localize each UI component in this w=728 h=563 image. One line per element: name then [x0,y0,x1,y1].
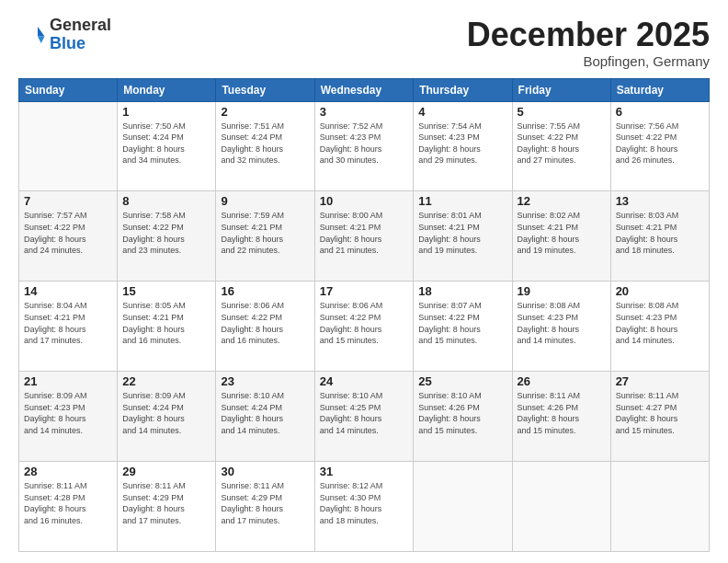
day-number: 10 [320,194,409,208]
logo-blue-text: Blue [50,34,85,52]
calendar-week-row: 14Sunrise: 8:04 AM Sunset: 4:21 PM Dayli… [19,282,710,372]
table-row: 15Sunrise: 8:05 AM Sunset: 4:21 PM Dayli… [118,282,216,372]
table-row: 5Sunrise: 7:55 AM Sunset: 4:22 PM Daylig… [512,101,610,191]
day-number: 28 [24,465,112,478]
header-saturday: Saturday [610,78,709,101]
day-number: 17 [320,284,409,298]
day-number: 19 [518,284,606,298]
calendar-week-row: 1Sunrise: 7:50 AM Sunset: 4:24 PM Daylig… [19,101,710,191]
header: General Blue December 2025 Bopfingen, Ge… [18,17,710,69]
calendar-table: Sunday Monday Tuesday Wednesday Thursday… [18,78,710,552]
day-info: Sunrise: 7:59 AM Sunset: 4:21 PM Dayligh… [221,210,309,256]
day-number: 26 [518,374,606,388]
day-number: 29 [122,465,210,478]
table-row: 27Sunrise: 8:11 AM Sunset: 4:27 PM Dayli… [610,372,709,462]
day-info: Sunrise: 7:56 AM Sunset: 4:22 PM Dayligh… [616,121,704,167]
table-row: 12Sunrise: 8:02 AM Sunset: 4:21 PM Dayli… [512,191,610,282]
day-number: 7 [24,194,112,208]
day-info: Sunrise: 8:09 AM Sunset: 4:24 PM Dayligh… [122,390,210,436]
day-info: Sunrise: 7:57 AM Sunset: 4:22 PM Dayligh… [24,210,112,256]
day-number: 27 [616,374,704,388]
calendar-header-row: Sunday Monday Tuesday Wednesday Thursday… [19,78,710,101]
page: General Blue December 2025 Bopfingen, Ge… [0,0,728,563]
table-row: 1Sunrise: 7:50 AM Sunset: 4:24 PM Daylig… [118,101,216,191]
day-info: Sunrise: 8:11 AM Sunset: 4:29 PM Dayligh… [122,480,210,526]
table-row: 7Sunrise: 7:57 AM Sunset: 4:22 PM Daylig… [19,191,118,282]
table-row [610,462,709,552]
day-info: Sunrise: 7:55 AM Sunset: 4:22 PM Dayligh… [518,121,606,167]
svg-marker-1 [38,36,45,43]
day-number: 6 [616,105,704,119]
day-info: Sunrise: 8:06 AM Sunset: 4:22 PM Dayligh… [221,300,309,346]
day-info: Sunrise: 8:02 AM Sunset: 4:21 PM Dayligh… [518,210,606,256]
table-row: 8Sunrise: 7:58 AM Sunset: 4:22 PM Daylig… [118,191,216,282]
day-number: 21 [24,374,112,388]
header-thursday: Thursday [414,78,512,101]
table-row: 11Sunrise: 8:01 AM Sunset: 4:21 PM Dayli… [414,191,512,282]
calendar-week-row: 21Sunrise: 8:09 AM Sunset: 4:23 PM Dayli… [19,372,710,462]
day-info: Sunrise: 8:11 AM Sunset: 4:27 PM Dayligh… [616,390,704,436]
table-row: 2Sunrise: 7:51 AM Sunset: 4:24 PM Daylig… [216,101,314,191]
day-number: 23 [221,374,309,388]
table-row: 13Sunrise: 8:03 AM Sunset: 4:21 PM Dayli… [610,191,709,282]
table-row [414,462,512,552]
day-info: Sunrise: 8:10 AM Sunset: 4:24 PM Dayligh… [221,390,309,436]
day-number: 20 [616,284,704,298]
day-number: 1 [122,105,210,119]
day-number: 14 [24,284,112,298]
table-row: 4Sunrise: 7:54 AM Sunset: 4:23 PM Daylig… [414,101,512,191]
day-info: Sunrise: 7:58 AM Sunset: 4:22 PM Dayligh… [122,210,210,256]
day-number: 25 [418,374,506,388]
table-row: 31Sunrise: 8:12 AM Sunset: 4:30 PM Dayli… [314,462,414,552]
day-number: 24 [320,374,409,388]
month-title: December 2025 [467,17,710,53]
day-number: 15 [122,284,210,298]
header-monday: Monday [118,78,216,101]
day-info: Sunrise: 8:11 AM Sunset: 4:28 PM Dayligh… [24,480,112,526]
day-number: 9 [221,194,309,208]
day-number: 31 [320,465,409,478]
calendar-week-row: 7Sunrise: 7:57 AM Sunset: 4:22 PM Daylig… [19,191,710,282]
header-sunday: Sunday [19,78,118,101]
day-info: Sunrise: 8:12 AM Sunset: 4:30 PM Dayligh… [320,480,409,526]
table-row: 24Sunrise: 8:10 AM Sunset: 4:25 PM Dayli… [314,372,414,462]
table-row: 10Sunrise: 8:00 AM Sunset: 4:21 PM Dayli… [314,191,414,282]
header-tuesday: Tuesday [216,78,314,101]
table-row: 30Sunrise: 8:11 AM Sunset: 4:29 PM Dayli… [216,462,314,552]
day-number: 4 [418,105,506,119]
day-info: Sunrise: 8:08 AM Sunset: 4:23 PM Dayligh… [518,300,606,346]
table-row: 18Sunrise: 8:07 AM Sunset: 4:22 PM Dayli… [414,282,512,372]
svg-marker-0 [38,27,45,37]
day-info: Sunrise: 7:50 AM Sunset: 4:24 PM Dayligh… [122,121,210,167]
table-row: 23Sunrise: 8:10 AM Sunset: 4:24 PM Dayli… [216,372,314,462]
table-row: 3Sunrise: 7:52 AM Sunset: 4:23 PM Daylig… [314,101,414,191]
table-row: 17Sunrise: 8:06 AM Sunset: 4:22 PM Dayli… [314,282,414,372]
day-number: 18 [418,284,506,298]
day-number: 2 [221,105,309,119]
header-wednesday: Wednesday [314,78,414,101]
table-row: 22Sunrise: 8:09 AM Sunset: 4:24 PM Dayli… [118,372,216,462]
table-row: 26Sunrise: 8:11 AM Sunset: 4:26 PM Dayli… [512,372,610,462]
day-number: 22 [122,374,210,388]
day-number: 30 [221,465,309,478]
day-info: Sunrise: 7:52 AM Sunset: 4:23 PM Dayligh… [320,121,409,167]
day-info: Sunrise: 8:06 AM Sunset: 4:22 PM Dayligh… [320,300,409,346]
table-row [19,101,118,191]
day-info: Sunrise: 8:00 AM Sunset: 4:21 PM Dayligh… [320,210,409,256]
table-row: 19Sunrise: 8:08 AM Sunset: 4:23 PM Dayli… [512,282,610,372]
day-info: Sunrise: 8:07 AM Sunset: 4:22 PM Dayligh… [418,300,506,346]
table-row: 16Sunrise: 8:06 AM Sunset: 4:22 PM Dayli… [216,282,314,372]
table-row: 29Sunrise: 8:11 AM Sunset: 4:29 PM Dayli… [118,462,216,552]
table-row: 21Sunrise: 8:09 AM Sunset: 4:23 PM Dayli… [19,372,118,462]
day-info: Sunrise: 8:08 AM Sunset: 4:23 PM Dayligh… [616,300,704,346]
day-info: Sunrise: 8:01 AM Sunset: 4:21 PM Dayligh… [418,210,506,256]
day-info: Sunrise: 8:03 AM Sunset: 4:21 PM Dayligh… [616,210,704,256]
day-number: 13 [616,194,704,208]
day-info: Sunrise: 7:54 AM Sunset: 4:23 PM Dayligh… [418,121,506,167]
title-block: December 2025 Bopfingen, Germany [467,17,710,69]
day-info: Sunrise: 8:10 AM Sunset: 4:25 PM Dayligh… [320,390,409,436]
day-number: 16 [221,284,309,298]
day-info: Sunrise: 8:04 AM Sunset: 4:21 PM Dayligh… [24,300,112,346]
day-info: Sunrise: 8:10 AM Sunset: 4:26 PM Dayligh… [418,390,506,436]
table-row: 14Sunrise: 8:04 AM Sunset: 4:21 PM Dayli… [19,282,118,372]
